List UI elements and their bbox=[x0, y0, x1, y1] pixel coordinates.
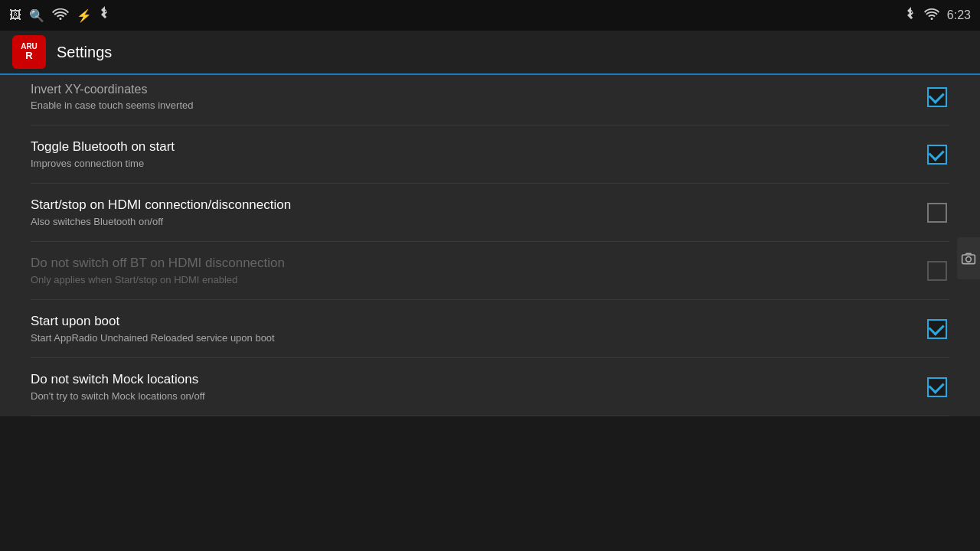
setting-desc-no-mock-locations: Don't try to switch Mock locations on/of… bbox=[31, 390, 910, 402]
setting-title-invert-xy: Invert XY-coordinates bbox=[31, 83, 910, 96]
checkbox-no-mock-locations[interactable] bbox=[925, 375, 949, 399]
svg-point-1 bbox=[966, 256, 972, 262]
setting-desc-toggle-bluetooth: Improves connection time bbox=[31, 158, 910, 169]
checkbox-invert-xy[interactable] bbox=[925, 85, 949, 109]
search-icon: 🔍 bbox=[29, 8, 44, 23]
setting-text-start-on-boot: Start upon boot Start AppRadio Unchained… bbox=[31, 314, 925, 344]
checkbox-checked-toggle-bluetooth[interactable] bbox=[927, 145, 947, 165]
setting-title-no-bt-hdmi: Do not switch off BT on HDMI disconnecti… bbox=[31, 256, 910, 271]
setting-row-start-on-boot[interactable]: Start upon boot Start AppRadio Unchained… bbox=[31, 300, 949, 358]
checkbox-start-on-boot[interactable] bbox=[925, 317, 949, 341]
setting-text-invert-xy: Invert XY-coordinates Enable in case tou… bbox=[31, 83, 925, 111]
app-icon: ARU R bbox=[12, 35, 46, 69]
setting-desc-no-bt-hdmi: Only applies when Start/stop on HDMI ena… bbox=[31, 274, 910, 285]
usb-icon: ⚡ bbox=[77, 8, 92, 23]
wifi-status-icon bbox=[924, 8, 939, 23]
settings-list: Invert XY-coordinates Enable in case tou… bbox=[0, 75, 980, 416]
setting-desc-hdmi-startstop: Also switches Bluetooth on/off bbox=[31, 216, 910, 227]
screenshot-button[interactable] bbox=[957, 237, 980, 279]
checkbox-checked-start-on-boot[interactable] bbox=[927, 319, 947, 339]
page-title: Settings bbox=[57, 44, 112, 61]
setting-text-no-mock-locations: Do not switch Mock locations Don't try t… bbox=[31, 372, 925, 402]
setting-row-toggle-bluetooth[interactable]: Toggle Bluetooth on start Improves conne… bbox=[31, 126, 949, 184]
bluetooth-status-icon bbox=[906, 7, 916, 24]
gallery-icon: 🖼 bbox=[9, 8, 21, 22]
setting-title-toggle-bluetooth: Toggle Bluetooth on start bbox=[31, 139, 910, 155]
setting-row-no-mock-locations[interactable]: Do not switch Mock locations Don't try t… bbox=[31, 358, 949, 416]
setting-title-hdmi-startstop: Start/stop on HDMI connection/disconnect… bbox=[31, 197, 910, 213]
checkbox-no-bt-hdmi[interactable] bbox=[925, 259, 949, 283]
setting-row-invert-xy[interactable]: Invert XY-coordinates Enable in case tou… bbox=[31, 75, 949, 126]
checkbox-unchecked-no-bt-hdmi[interactable] bbox=[927, 261, 947, 281]
setting-desc-start-on-boot: Start AppRadio Unchained Reloaded servic… bbox=[31, 332, 910, 344]
status-icons-left: 🖼 🔍 ⚡ bbox=[9, 6, 110, 24]
time-display: 6:23 bbox=[947, 8, 971, 22]
setting-row-no-bt-hdmi[interactable]: Do not switch off BT on HDMI disconnecti… bbox=[31, 242, 949, 300]
checkbox-unchecked-hdmi-startstop[interactable] bbox=[927, 203, 947, 223]
setting-title-start-on-boot: Start upon boot bbox=[31, 314, 910, 329]
setting-title-no-mock-locations: Do not switch Mock locations bbox=[31, 372, 910, 387]
app-bar: ARU R Settings bbox=[0, 31, 980, 75]
setting-row-hdmi-startstop[interactable]: Start/stop on HDMI connection/disconnect… bbox=[31, 184, 949, 242]
setting-text-hdmi-startstop: Start/stop on HDMI connection/disconnect… bbox=[31, 197, 925, 227]
wifi-signal-icon bbox=[52, 7, 69, 24]
checkbox-toggle-bluetooth[interactable] bbox=[925, 142, 949, 167]
setting-desc-invert-xy: Enable in case touch seems inverted bbox=[31, 99, 910, 111]
checkbox-checked-invert-xy[interactable] bbox=[927, 87, 947, 107]
status-bar-right: 6:23 bbox=[906, 7, 971, 24]
setting-text-no-bt-hdmi: Do not switch off BT on HDMI disconnecti… bbox=[31, 256, 925, 285]
checkbox-hdmi-startstop[interactable] bbox=[925, 201, 949, 225]
checkbox-checked-no-mock-locations[interactable] bbox=[927, 377, 947, 397]
status-bar: 🖼 🔍 ⚡ bbox=[0, 0, 980, 31]
setting-text-toggle-bluetooth: Toggle Bluetooth on start Improves conne… bbox=[31, 139, 925, 169]
bluetooth-icon bbox=[100, 6, 110, 24]
